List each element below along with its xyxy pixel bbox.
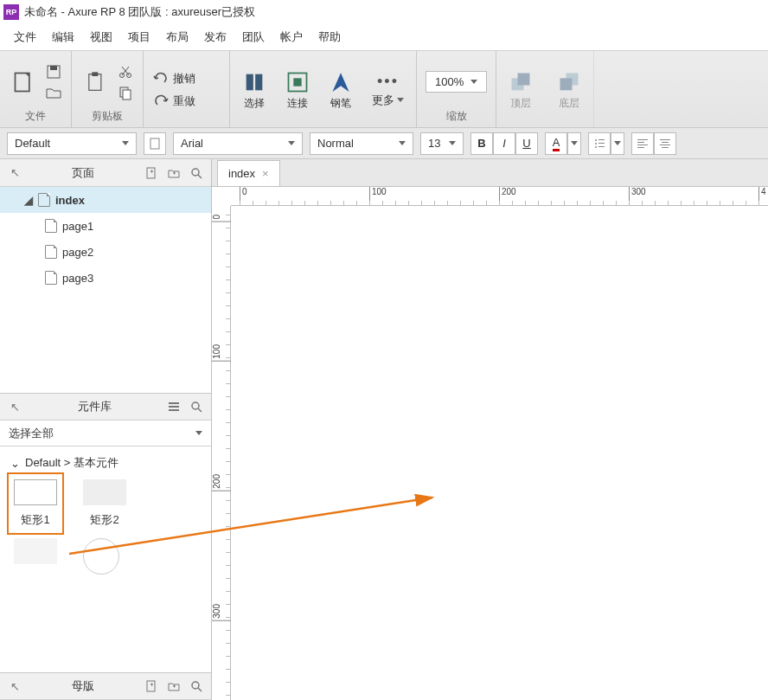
svg-point-33	[192, 169, 199, 176]
menu-publish[interactable]: 发布	[204, 29, 227, 45]
style-combo[interactable]: Default	[7, 132, 137, 155]
connect-tool[interactable]: 连接	[282, 68, 313, 112]
svg-rect-26	[637, 144, 648, 145]
copy-icon[interactable]	[117, 84, 134, 101]
add-master-icon[interactable]	[144, 678, 159, 694]
style-manager-icon[interactable]	[144, 132, 166, 155]
svg-rect-32	[147, 168, 155, 178]
font-combo[interactable]: Arial	[173, 132, 303, 155]
more-tools[interactable]: ••• 更多	[368, 71, 407, 110]
size-combo[interactable]: 13	[420, 132, 464, 155]
canvas-tabbar: index ×	[212, 159, 768, 187]
text-color-caret[interactable]	[567, 132, 581, 155]
menu-layout[interactable]: 布局	[166, 29, 189, 45]
paste-button[interactable]	[80, 68, 112, 96]
collapse-icon[interactable]: ↖	[7, 165, 22, 181]
page-page2[interactable]: page2	[0, 239, 211, 265]
menubar: 文件 编辑 视图 项目 布局 发布 团队 帐户 帮助	[0, 24, 768, 50]
close-tab-icon[interactable]: ×	[262, 167, 269, 180]
page-index[interactable]: ◢ index	[0, 187, 211, 213]
widget-placeholder1[interactable]	[14, 538, 57, 575]
italic-button[interactable]: I	[493, 132, 515, 155]
svg-rect-8	[123, 90, 131, 100]
group-clipboard: 剪贴板	[72, 51, 144, 127]
svg-rect-9	[246, 74, 253, 90]
widget-ellipse[interactable]	[83, 538, 119, 575]
ruler-vertical: 0 100 200 300	[212, 206, 231, 700]
svg-rect-36	[169, 409, 179, 411]
redo-button[interactable]: 重做	[152, 93, 195, 110]
widget-rect2[interactable]: 矩形2	[83, 479, 126, 528]
undo-button[interactable]: 撤销	[152, 70, 195, 87]
bold-button[interactable]: B	[470, 132, 493, 155]
zoom-combo[interactable]: 100%	[426, 71, 487, 93]
svg-rect-27	[637, 147, 644, 148]
group-undo: 撤销 重做	[144, 51, 204, 127]
widget-rect1[interactable]: 矩形1	[14, 479, 57, 528]
group-arrange: 顶层 底层	[496, 51, 594, 127]
format-bar: Default Arial Normal 13 B I U A	[0, 128, 768, 159]
menu-edit[interactable]: 编辑	[52, 29, 74, 45]
ruler-horizontal: 0 100 200 300 4	[231, 187, 768, 206]
add-page-icon[interactable]	[144, 165, 159, 181]
open-icon[interactable]	[45, 84, 62, 101]
weight-combo[interactable]: Normal	[310, 132, 413, 155]
send-back[interactable]: 底层	[554, 68, 585, 112]
page-page3[interactable]: page3	[0, 265, 211, 291]
bullets-caret[interactable]	[611, 132, 624, 155]
svg-rect-34	[169, 402, 179, 404]
group-zoom: 100% 缩放	[417, 51, 496, 127]
svg-rect-30	[660, 144, 670, 145]
menu-file[interactable]: 文件	[14, 29, 36, 45]
search-master-icon[interactable]	[189, 678, 204, 694]
svg-rect-28	[660, 139, 670, 140]
svg-rect-31	[662, 147, 669, 148]
canvas[interactable]	[231, 206, 768, 700]
add-folder-icon[interactable]	[166, 165, 182, 181]
align-center-button[interactable]	[654, 132, 676, 155]
text-color-button[interactable]: A	[545, 132, 567, 155]
svg-rect-0	[16, 73, 29, 91]
search-lib-icon[interactable]	[189, 399, 204, 414]
save-icon[interactable]	[45, 63, 62, 80]
page-icon	[38, 193, 50, 207]
menu-help[interactable]: 帮助	[318, 29, 341, 45]
pages-title: 页面	[29, 165, 137, 181]
align-left-button[interactable]	[631, 132, 654, 155]
search-pages-icon[interactable]	[189, 165, 204, 181]
menu-project[interactable]: 项目	[128, 29, 150, 45]
svg-point-37	[192, 402, 199, 409]
page-icon	[45, 219, 57, 233]
library-body: ⌄ Default > 基本元件 矩形1 矩形2	[0, 446, 211, 672]
group-file: 文件	[0, 51, 72, 127]
page-page1[interactable]: page1	[0, 213, 211, 239]
pen-tool[interactable]: 钢笔	[325, 68, 356, 112]
menu-view[interactable]: 视图	[90, 29, 112, 45]
svg-rect-25	[637, 142, 644, 143]
svg-rect-10	[255, 74, 262, 90]
menu-icon[interactable]	[166, 399, 182, 414]
file-button[interactable]	[9, 68, 40, 96]
underline-button[interactable]: U	[515, 132, 538, 155]
collapse-master-icon[interactable]: ↖	[7, 678, 22, 694]
page-icon	[45, 245, 57, 259]
collapse-lib-icon[interactable]: ↖	[7, 399, 22, 414]
library-category[interactable]: ⌄ Default > 基本元件	[0, 446, 211, 479]
add-master-folder-icon[interactable]	[166, 678, 182, 694]
masters-title: 母版	[29, 678, 137, 694]
pages-header: ↖ 页面	[0, 159, 211, 187]
titlebar: RP 未命名 - Axure RP 8 团队版 : axureuser已授权	[0, 0, 768, 24]
select-tool[interactable]: 选择	[239, 68, 270, 112]
svg-rect-21	[598, 143, 605, 144]
bullets-button[interactable]	[588, 132, 611, 155]
menu-team[interactable]: 团队	[242, 29, 265, 45]
svg-point-22	[595, 146, 597, 148]
app-icon: RP	[3, 4, 19, 20]
canvas-tab-index[interactable]: index ×	[217, 160, 280, 186]
bring-front[interactable]: 顶层	[505, 68, 536, 112]
ribbon: 文件 剪贴板 撤销 重做 选择	[0, 50, 768, 128]
cut-icon[interactable]	[117, 63, 134, 80]
library-select[interactable]: 选择全部	[0, 421, 211, 446]
library-header: ↖ 元件库	[0, 393, 211, 421]
menu-account[interactable]: 帐户	[280, 29, 303, 45]
